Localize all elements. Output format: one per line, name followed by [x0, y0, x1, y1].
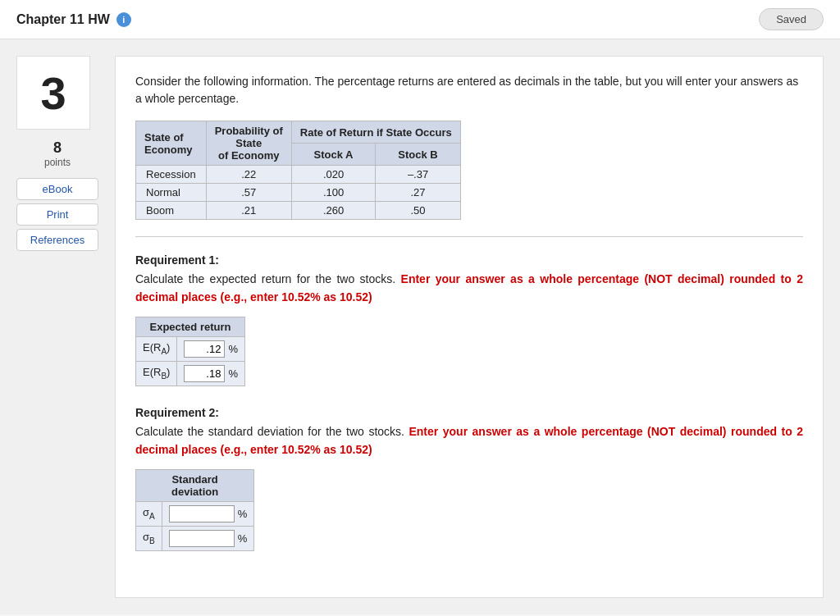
erb-label: E(RB) [136, 361, 177, 386]
stock-a-cell: .260 [291, 202, 376, 220]
col2-header: Probability ofStateof Economy [206, 121, 291, 166]
requirement1-section: Requirement 1: Calculate the expected re… [135, 253, 803, 386]
data-table: State ofEconomy Probability ofStateof Ec… [135, 121, 461, 220]
points-label: points [16, 157, 98, 168]
table-row: Normal .57 .100 .27 [136, 184, 461, 202]
prob-cell: .21 [206, 202, 291, 220]
expected-return-table: Expected return E(RA) % E [135, 317, 245, 386]
requirement2-section: Requirement 2: Calculate the standard de… [135, 406, 803, 551]
table-row: Boom .21 .260 .50 [136, 202, 461, 220]
ebook-button[interactable]: eBook [16, 178, 98, 200]
points-value: 8 [16, 139, 98, 157]
state-cell: Normal [136, 184, 207, 202]
references-button[interactable]: References [16, 229, 98, 251]
stock-b-cell: –.37 [376, 166, 460, 184]
table-row: Recession .22 .020 –.37 [136, 166, 461, 184]
prob-cell: .22 [206, 166, 291, 184]
col3-header: Stock A [291, 144, 376, 166]
col1-header: State ofEconomy [136, 121, 207, 166]
points-info: 8 points [16, 139, 98, 168]
requirement2-title: Requirement 2: [135, 406, 803, 419]
left-panel: 3 8 points eBook Print References [16, 56, 98, 598]
main-question-content: Consider the following information. The … [115, 56, 824, 598]
saved-button[interactable]: Saved [759, 8, 824, 30]
sigma-b-pct: % [238, 532, 248, 545]
col4-header: Stock B [376, 144, 460, 166]
requirement1-title: Requirement 1: [135, 253, 803, 267]
table-row: E(RA) % [136, 336, 245, 361]
stock-a-cell: .020 [291, 166, 376, 184]
page-header: Chapter 11 HW i Saved [0, 0, 840, 39]
sigma-b-label: σB [136, 526, 162, 550]
sigma-b-input[interactable] [169, 530, 235, 547]
state-cell: Recession [136, 166, 207, 184]
requirement2-text: Calculate the standard deviation for the… [135, 422, 803, 459]
question-number-box: 3 [16, 56, 90, 130]
req1-text-plain: Calculate the expected return for the tw… [135, 272, 395, 285]
era-input[interactable] [184, 340, 225, 358]
table-row: σA % [136, 501, 254, 526]
erb-input[interactable] [184, 365, 225, 382]
sigma-a-label: σA [136, 501, 162, 526]
erb-pct: % [228, 367, 238, 380]
info-icon[interactable]: i [116, 12, 131, 27]
table-row: E(RB) % [136, 361, 245, 386]
divider-1 [135, 236, 803, 237]
prob-cell: .57 [206, 184, 291, 202]
stock-b-cell: .50 [376, 202, 460, 220]
stock-b-cell: .27 [376, 184, 460, 202]
stock-a-cell: .100 [291, 184, 376, 202]
state-cell: Boom [136, 202, 207, 220]
rate-of-return-header: Rate of Return if State Occurs [291, 121, 460, 144]
question-text: Consider the following information. The … [135, 73, 803, 107]
table-row: σB % [136, 526, 254, 550]
expected-return-header: Expected return [136, 317, 245, 336]
erb-input-cell: % [177, 361, 245, 386]
header-title-container: Chapter 11 HW i [16, 12, 131, 27]
sigma-a-pct: % [238, 508, 248, 520]
req2-text-plain: Calculate the standard deviation for the… [135, 425, 404, 438]
content-area: 3 8 points eBook Print References Consid… [0, 39, 840, 614]
sigma-a-input[interactable] [169, 505, 235, 522]
page-title: Chapter 11 HW [16, 12, 110, 27]
era-input-cell: % [177, 336, 245, 361]
standard-deviation-table: Standarddeviation σA % σB [135, 469, 254, 551]
era-pct: % [228, 343, 238, 355]
sigma-b-input-cell: % [162, 526, 254, 550]
question-number: 3 [40, 66, 66, 120]
requirement1-text: Calculate the expected return for the tw… [135, 270, 803, 307]
sigma-a-input-cell: % [162, 501, 254, 526]
print-button[interactable]: Print [16, 203, 98, 226]
std-dev-header: Standarddeviation [136, 469, 254, 501]
era-label: E(RA) [136, 336, 177, 361]
sidebar-buttons: eBook Print References [16, 178, 98, 251]
